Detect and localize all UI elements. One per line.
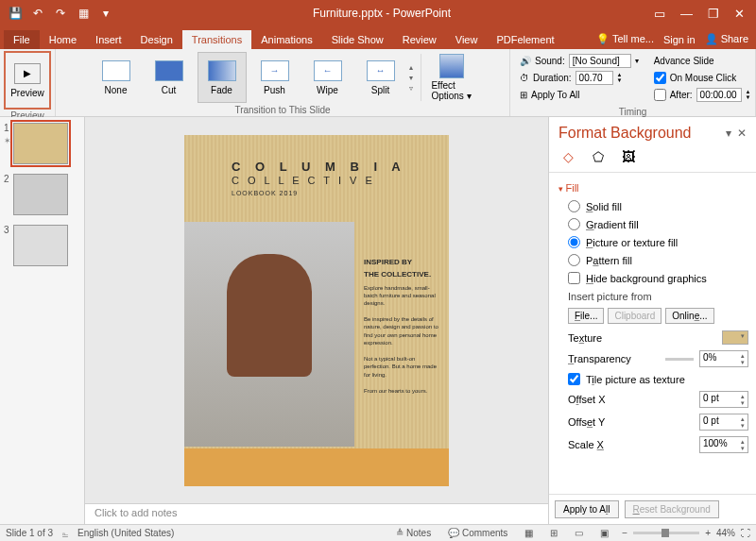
slide-counter[interactable]: Slide 1 of 3 — [6, 528, 53, 538]
preview-button[interactable]: ▶ Preview — [8, 55, 47, 106]
scale-x-input[interactable]: 100%▴▾ — [699, 436, 748, 453]
transition-split[interactable]: ↔Split — [356, 52, 405, 103]
share-button[interactable]: 👤 Share — [705, 33, 748, 45]
file-button[interactable]: File... — [568, 308, 604, 324]
apply-to-all-button[interactable]: Apply to All — [555, 500, 619, 518]
push-icon: → — [261, 60, 289, 81]
duration-spinner[interactable]: ▲▼ — [617, 72, 627, 83]
tab-home[interactable]: Home — [40, 30, 86, 49]
sound-select[interactable] — [569, 54, 631, 68]
tab-insert[interactable]: Insert — [86, 30, 131, 49]
fill-tab-icon[interactable]: ◇ — [558, 147, 577, 166]
transition-fade[interactable]: Fade — [198, 52, 247, 103]
tab-design[interactable]: Design — [131, 30, 182, 49]
fill-section[interactable]: Fill — [558, 178, 748, 197]
cut-icon — [155, 60, 183, 81]
thumbnail-3[interactable]: 3 — [6, 225, 78, 266]
texture-picker[interactable]: ▾ — [722, 330, 748, 345]
hide-bg-checkbox[interactable]: Hide background graphics — [558, 269, 748, 287]
transition-cut[interactable]: Cut — [145, 52, 194, 103]
transition-group: None Cut Fade →Push ←Wipe ↔Split ▴▾▿ Eff… — [56, 49, 510, 116]
sound-icon: 🔊 — [520, 56, 531, 66]
tab-transitions[interactable]: Transitions — [182, 30, 251, 49]
picture-tab-icon[interactable]: 🖼 — [619, 147, 638, 166]
effect-options-icon — [439, 54, 464, 78]
tab-review[interactable]: Review — [393, 30, 446, 49]
sign-in[interactable]: Sign in — [663, 34, 696, 45]
picture-fill-radio[interactable]: Picture or texture fill — [558, 233, 748, 251]
transparency-input[interactable]: 0%▴▾ — [699, 350, 748, 367]
close-icon[interactable]: ✕ — [734, 7, 745, 21]
after-checkbox[interactable] — [654, 89, 666, 101]
transition-none[interactable]: None — [92, 52, 141, 103]
after-spinner[interactable]: ▲▼ — [746, 89, 754, 100]
tab-animations[interactable]: Animations — [251, 30, 321, 49]
zoom-level[interactable]: 44% — [716, 528, 735, 538]
undo-icon[interactable]: ↶ — [30, 6, 45, 21]
gradient-fill-radio[interactable]: Gradient fill — [558, 215, 748, 233]
slide-sorter-icon[interactable]: ⊞ — [546, 528, 561, 538]
notes-button[interactable]: ≜ Notes — [392, 528, 435, 538]
tab-pdfelement[interactable]: PDFelement — [487, 30, 563, 49]
slide-canvas[interactable]: C O L U M B I A C O L L E C T I V E LOOK… — [85, 117, 548, 503]
solid-fill-radio[interactable]: Solid fill — [558, 197, 748, 215]
zoom-out-icon[interactable]: − — [622, 528, 627, 538]
transition-push[interactable]: →Push — [250, 52, 300, 103]
ribbon-display-icon[interactable]: ▭ — [654, 7, 665, 21]
apply-to-all-button[interactable]: Apply To All — [531, 90, 580, 100]
transition-wipe[interactable]: ←Wipe — [303, 52, 352, 103]
advance-slide-label: Advance Slide — [654, 53, 754, 68]
spell-check-icon[interactable]: ⎁ — [62, 528, 68, 538]
panel-close-icon[interactable]: ✕ — [737, 127, 747, 140]
thumbnail-1[interactable]: 1 ✶ — [6, 123, 78, 164]
offset-x-label: Offset X — [568, 394, 694, 405]
pattern-fill-radio[interactable]: Pattern fill — [558, 251, 748, 269]
slide-title: C O L U M B I A — [232, 160, 430, 174]
thumbnail-image — [13, 174, 68, 215]
tell-me[interactable]: 💡 Tell me... — [596, 33, 654, 45]
on-mouse-click-checkbox[interactable] — [654, 72, 666, 84]
slide-footer-band — [184, 448, 449, 486]
offset-x-input[interactable]: 0 pt▴▾ — [699, 391, 748, 408]
normal-view-icon[interactable]: ▦ — [521, 528, 537, 538]
redo-icon[interactable]: ↷ — [53, 6, 68, 21]
tab-file[interactable]: File — [4, 30, 40, 49]
effects-tab-icon[interactable]: ⬠ — [589, 147, 608, 166]
preview-icon: ▶ — [14, 63, 41, 84]
transparency-slider[interactable] — [665, 358, 694, 361]
tile-checkbox[interactable]: Tile picture as texture — [558, 370, 748, 388]
after-input[interactable] — [696, 88, 742, 102]
online-button[interactable]: Online... — [665, 308, 713, 324]
slide-caption: LOOKBOOK 2019 — [232, 190, 298, 196]
texture-label: Texture — [568, 332, 716, 344]
scale-x-label: Scale X — [568, 439, 694, 450]
offset-y-input[interactable]: 0 pt▴▾ — [699, 414, 748, 431]
effect-options-button[interactable]: EffectOptions ▾ — [429, 54, 474, 101]
zoom-in-icon[interactable]: + — [705, 528, 711, 538]
restore-icon[interactable]: ❐ — [708, 7, 719, 21]
gallery-scroll[interactable]: ▴▾▿ — [409, 63, 413, 93]
fit-to-window-icon[interactable]: ⛶ — [741, 528, 750, 538]
quick-access-toolbar: 💾 ↶ ↷ ▦ ▾ — [0, 6, 121, 21]
comments-button[interactable]: 💬 Comments — [444, 528, 511, 538]
slide-thumbnails: 1 ✶ 2 3 — [0, 117, 85, 524]
zoom-slider[interactable] — [633, 532, 699, 534]
thumbnail-2[interactable]: 2 — [6, 174, 78, 215]
save-icon[interactable]: 💾 — [8, 6, 23, 21]
notes-pane[interactable]: Click to add notes — [85, 503, 548, 524]
tab-view[interactable]: View — [446, 30, 488, 49]
tab-slideshow[interactable]: Slide Show — [322, 30, 393, 49]
none-icon — [102, 60, 130, 81]
language-status[interactable]: English (United States) — [77, 528, 174, 538]
reading-view-icon[interactable]: ▭ — [571, 528, 587, 538]
sound-label: Sound: — [535, 56, 565, 66]
thumbnail-image — [13, 123, 68, 164]
start-slideshow-icon[interactable]: ▦ — [76, 6, 91, 21]
qat-more-icon[interactable]: ▾ — [98, 6, 113, 21]
group-label-transition: Transition to This Slide — [234, 104, 330, 116]
panel-menu-icon[interactable]: ▾ — [726, 127, 731, 140]
ribbon-tabs: File Home Insert Design Transitions Anim… — [0, 26, 756, 49]
minimize-icon[interactable]: — — [680, 7, 693, 21]
slideshow-view-icon[interactable]: ▣ — [596, 528, 612, 538]
duration-input[interactable] — [576, 71, 613, 85]
